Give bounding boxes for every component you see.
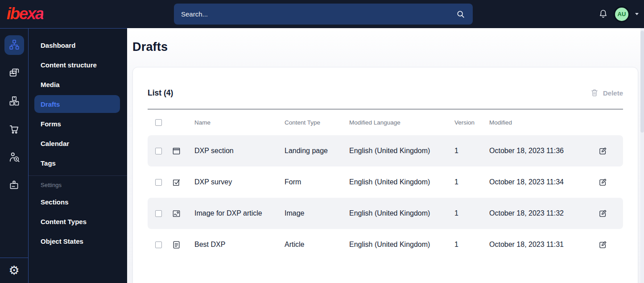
cell-version: 1	[454, 241, 489, 249]
cell-modified: October 18, 2023 11:34	[489, 178, 598, 186]
sidebar-item-forms[interactable]: Forms	[34, 115, 120, 133]
cell-name: Image for DXP article	[194, 209, 285, 217]
main-content: Drafts List (4) Delete	[127, 28, 644, 283]
edit-button[interactable]	[598, 146, 607, 156]
trash-icon	[590, 88, 599, 97]
row-checkbox[interactable]	[155, 241, 162, 248]
sidebar: ⚙ Dashboard Content structure Media Draf…	[0, 28, 127, 283]
table-row: Image for DXP article Image English (Uni…	[148, 198, 623, 229]
landing-page-icon	[172, 146, 181, 156]
sitemap-icon	[8, 39, 20, 52]
delete-button-label: Delete	[603, 89, 623, 97]
table-row: DXP survey Form English (United Kingdom)…	[148, 166, 623, 198]
form-icon	[172, 178, 181, 187]
badge-icon	[8, 179, 20, 192]
rail-item-commerce[interactable]	[4, 120, 24, 139]
row-checkbox[interactable]	[155, 179, 162, 186]
cell-modified-language: English (United Kingdom)	[349, 241, 454, 249]
ibexa-logo[interactable]: ibexa	[7, 4, 43, 23]
cell-modified: October 18, 2023 11:31	[489, 241, 598, 249]
notifications-bell-icon[interactable]	[598, 9, 608, 19]
cell-name: Best DXP	[194, 241, 285, 249]
cell-modified-language: English (United Kingdom)	[349, 178, 454, 186]
rail-item-personalization[interactable]	[4, 148, 24, 167]
search-icon[interactable]	[456, 9, 466, 19]
cell-content-type: Article	[285, 241, 349, 249]
list-header: List (4) Delete	[148, 83, 623, 102]
cell-name: DXP section	[194, 147, 285, 155]
rail-item-products[interactable]	[4, 92, 24, 111]
select-all-checkbox[interactable]	[155, 119, 162, 126]
column-header-version: Version	[454, 119, 489, 126]
column-header-modified-language: Modified Language	[349, 119, 454, 126]
cell-modified-language: English (United Kingdom)	[349, 209, 454, 217]
article-icon	[172, 240, 181, 250]
sidebar-item-dashboard[interactable]: Dashboard	[34, 36, 120, 54]
personalization-icon	[8, 151, 20, 164]
sidebar-rail: ⚙	[0, 29, 28, 283]
rail-item-admin[interactable]	[4, 176, 24, 196]
column-header-modified: Modified	[489, 119, 598, 126]
cell-version: 1	[454, 178, 489, 186]
column-header-name: Name	[194, 119, 285, 126]
sidebar-item-content-types[interactable]: Content Types	[34, 212, 120, 230]
cell-version: 1	[454, 147, 489, 155]
edit-button[interactable]	[598, 209, 607, 218]
row-checkbox[interactable]	[155, 210, 162, 217]
sidebar-item-drafts[interactable]: Drafts	[34, 95, 120, 113]
global-search	[174, 4, 473, 25]
user-menu-chevron-down-icon[interactable]	[635, 13, 639, 15]
sidebar-item-tags[interactable]: Tags	[34, 154, 120, 172]
cell-name: DXP survey	[194, 178, 285, 186]
settings-section-label: Settings	[29, 182, 127, 188]
products-icon	[8, 95, 20, 108]
pages-icon	[8, 67, 20, 79]
list-title: List (4)	[148, 88, 173, 98]
topbar-right: AU	[598, 0, 639, 28]
edit-button[interactable]	[598, 240, 607, 250]
sidebar-item-media[interactable]: Media	[34, 75, 120, 93]
page-title: Drafts	[132, 40, 638, 54]
cell-version: 1	[454, 209, 489, 217]
cell-modified-language: English (United Kingdom)	[349, 147, 454, 155]
delete-button[interactable]: Delete	[590, 88, 623, 97]
edit-button[interactable]	[598, 178, 607, 187]
cell-content-type: Form	[285, 178, 349, 186]
row-checkbox[interactable]	[155, 148, 162, 154]
rail-item-pages[interactable]	[4, 63, 24, 83]
rail-item-content[interactable]	[4, 35, 24, 55]
cell-modified: October 18, 2023 11:36	[489, 147, 598, 155]
drafts-list-card: List (4) Delete	[132, 67, 638, 283]
cell-content-type: Landing page	[285, 147, 349, 155]
sidebar-item-content-structure[interactable]: Content structure	[34, 56, 120, 74]
sidebar-menu: Dashboard Content structure Media Drafts…	[28, 29, 127, 283]
drafts-table: Name Content Type Modified Language Vers…	[148, 109, 623, 260]
cell-content-type: Image	[285, 209, 349, 217]
table-row: DXP section Landing page English (United…	[148, 135, 623, 166]
user-avatar[interactable]: AU	[615, 8, 628, 21]
table-row: Best DXP Article English (United Kingdom…	[148, 229, 623, 260]
settings-gear-icon[interactable]: ⚙	[8, 265, 19, 277]
settings-divider	[29, 175, 127, 176]
sidebar-item-calendar[interactable]: Calendar	[34, 134, 120, 152]
column-header-content-type: Content Type	[285, 119, 349, 126]
page-scrollbar	[640, 28, 644, 283]
topbar: ibexa AU	[0, 0, 644, 28]
cell-modified: October 18, 2023 11:32	[489, 209, 598, 217]
rail-bottom: ⚙	[0, 258, 28, 283]
sidebar-item-sections[interactable]: Sections	[34, 193, 120, 211]
table-header-row: Name Content Type Modified Language Vers…	[148, 109, 623, 135]
cart-icon	[8, 123, 20, 136]
search-input[interactable]	[181, 10, 456, 18]
sidebar-item-object-states[interactable]: Object States	[34, 232, 120, 250]
scrollbar-thumb[interactable]	[640, 31, 644, 133]
image-icon	[172, 209, 181, 218]
